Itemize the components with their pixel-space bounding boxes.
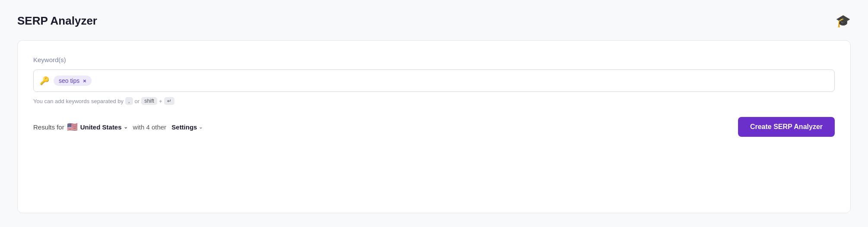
- results-for-text: Results for: [33, 123, 64, 131]
- country-chevron-icon: ⌄: [124, 124, 128, 130]
- keyword-tag-text: seo tips: [59, 77, 79, 84]
- hint-or: or: [135, 98, 140, 104]
- page-title: SERP Analyzer: [17, 14, 97, 28]
- with-text: with 4 other: [133, 123, 167, 131]
- keyword-tag: seo tips ×: [54, 76, 92, 86]
- country-flag-icon: 🇺🇸: [67, 122, 78, 132]
- results-left: Results for 🇺🇸 United States ⌄ with 4 ot…: [33, 122, 203, 132]
- results-row: Results for 🇺🇸 United States ⌄ with 4 ot…: [33, 117, 835, 137]
- country-name: United States: [80, 123, 122, 131]
- hint-enter-badge: ↵: [164, 97, 174, 105]
- key-icon: 🔑: [40, 76, 49, 85]
- logo-icon: 🎓: [836, 14, 851, 28]
- keyword-input-field[interactable]: 🔑 seo tips ×: [33, 69, 835, 92]
- hint-comma-badge: ,: [125, 97, 133, 105]
- hint-plus: +: [159, 98, 162, 104]
- hint-shift-badge: shift: [141, 97, 157, 105]
- keywords-label: Keyword(s): [33, 56, 835, 63]
- settings-chevron-icon: ⌄: [199, 124, 203, 130]
- hint-prefix: You can add keywords separated by: [33, 98, 124, 104]
- settings-label: Settings: [171, 123, 197, 131]
- settings-dropdown[interactable]: with 4 other Settings ⌄: [133, 123, 203, 131]
- main-card: Keyword(s) 🔑 seo tips × You can add keyw…: [17, 40, 851, 213]
- page-header: SERP Analyzer 🎓: [17, 14, 851, 28]
- create-serp-analyzer-button[interactable]: Create SERP Analyzer: [738, 117, 835, 137]
- keyword-tag-close-button[interactable]: ×: [83, 78, 86, 84]
- country-dropdown[interactable]: United States ⌄: [80, 123, 128, 131]
- hint-text: You can add keywords separated by , or s…: [33, 97, 835, 105]
